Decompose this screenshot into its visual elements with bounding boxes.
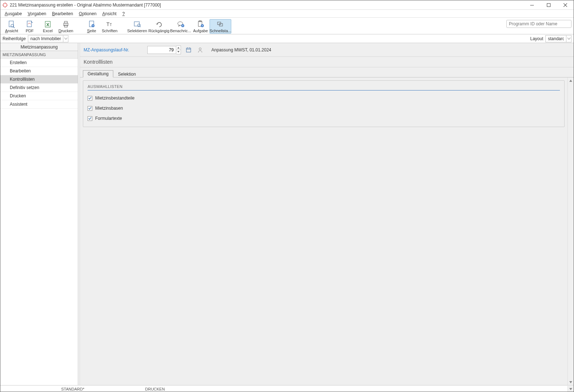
preview-icon (8, 20, 16, 28)
run-number-spinner[interactable] (176, 46, 181, 54)
scroll-down-icon[interactable] (567, 386, 574, 392)
task-icon (197, 20, 204, 28)
tab-selektion[interactable]: Selektion (113, 71, 140, 77)
checkbox-icon[interactable] (88, 106, 92, 111)
nav-definitiv-setzen[interactable]: Definitiv setzen (0, 84, 78, 92)
program-search-input[interactable] (506, 20, 571, 28)
tb-ansicht[interactable]: Ansicht (3, 19, 21, 34)
minimize-button[interactable] (524, 0, 540, 10)
svg-point-36 (199, 48, 201, 50)
scroll-up-icon[interactable] (568, 77, 574, 84)
sort-value[interactable] (28, 36, 63, 41)
layout-combo[interactable] (545, 35, 571, 42)
svg-rect-10 (9, 21, 13, 27)
spin-down-icon[interactable] (176, 50, 181, 54)
layout-label: Layout (530, 36, 543, 41)
sort-combo[interactable] (28, 35, 68, 42)
nav-assistent[interactable]: Assistent (0, 100, 78, 109)
check-formulartexte[interactable]: Formulartexte (88, 116, 560, 121)
status-standard: STANDARD* (0, 387, 145, 391)
assistant-button[interactable] (196, 46, 204, 54)
layout-value[interactable] (546, 36, 566, 41)
tabs: Gestaltung Selektion (80, 69, 574, 77)
titlebar: 221 Mietzinsanpassung erstellen - Origin… (0, 0, 574, 10)
svg-rect-8 (530, 5, 534, 5)
svg-rect-13 (27, 21, 31, 27)
tb-schnellstart[interactable]: Schnellsta... (210, 19, 231, 34)
tb-rueckgaengig[interactable]: Rückgängig (148, 19, 170, 34)
excel-icon (44, 20, 52, 28)
menu-ansicht[interactable]: Ansicht (100, 10, 119, 17)
select-icon (133, 20, 141, 28)
spin-up-icon[interactable] (176, 46, 181, 50)
menu-optionen[interactable]: Optionen (76, 10, 100, 17)
svg-rect-17 (64, 25, 67, 27)
svg-point-23 (138, 24, 140, 27)
nav-bearbeiten[interactable]: Bearbeiten (0, 67, 78, 75)
nav-erstellen[interactable]: Erstellen (0, 59, 78, 67)
check-label: Mietzinsbestandteile (95, 96, 135, 101)
tb-drucken[interactable]: Drucken (57, 19, 75, 34)
section-title: Kontrolllisten (80, 57, 574, 67)
quickstart-icon (216, 20, 224, 28)
close-button[interactable] (557, 0, 574, 10)
chevron-down-icon[interactable] (566, 35, 571, 42)
svg-rect-32 (186, 48, 191, 52)
check-mietzinsbestandteile[interactable]: Mietzinsbestandteile (88, 96, 560, 101)
tb-selektieren[interactable]: Selektieren (126, 19, 148, 34)
close-icon (564, 3, 567, 7)
menu-bearbeiten[interactable]: Bearbeiten (49, 10, 76, 17)
scroll-down-icon[interactable] (568, 379, 574, 385)
fonts-icon: TT (106, 20, 114, 28)
calendar-button[interactable] (185, 46, 193, 54)
sort-label: Reihenfolge (3, 36, 26, 41)
tb-pdf[interactable]: PDF (21, 19, 39, 34)
run-number-link[interactable]: MZ-Anpassungslauf-Nr. (84, 47, 129, 52)
menu-help[interactable]: ? (119, 10, 128, 17)
tb-seite[interactable]: Seite (83, 19, 101, 34)
sortbar: Reihenfolge Layout (0, 34, 574, 43)
sidebar-nav: Erstellen Bearbeiten Kontrolllisten Defi… (0, 59, 78, 385)
main: MZ-Anpassungslauf-Nr. Anpassung MWST, 01… (80, 43, 574, 385)
svg-rect-3 (6, 5, 8, 5)
svg-rect-6 (3, 6, 4, 7)
menu-vorgaben[interactable]: Vorgaben (25, 10, 49, 17)
pdf-icon (26, 20, 34, 28)
nav-kontrolllisten[interactable]: Kontrolllisten (0, 75, 78, 84)
check-label: Mietzinsbasen (95, 106, 123, 111)
svg-rect-2 (3, 5, 4, 5)
tb-aufgabe[interactable]: Aufgabe (191, 19, 210, 34)
nav-drucken[interactable]: Drucken (0, 92, 78, 100)
checkbox-icon[interactable] (88, 96, 92, 101)
undo-icon (155, 20, 163, 28)
calendar-icon (186, 47, 191, 53)
svg-rect-4 (3, 3, 4, 4)
sidebar-title: Mietzinsanpassung (0, 43, 78, 51)
run-description: Anpassung MWST, 01.01.2024 (211, 47, 271, 52)
maximize-button[interactable] (540, 0, 557, 10)
context-row: MZ-Anpassungslauf-Nr. Anpassung MWST, 01… (80, 43, 574, 57)
tb-benachrichtigung[interactable]: Benachric... (170, 19, 191, 34)
tab-gestaltung[interactable]: Gestaltung (83, 70, 113, 77)
check-mietzinsbasen[interactable]: Mietzinsbasen (88, 106, 560, 111)
chevron-down-icon[interactable] (63, 35, 68, 42)
menu-ausgabe[interactable]: Ausgabe (2, 10, 25, 17)
checkbox-icon[interactable] (88, 116, 92, 121)
run-number-input[interactable] (147, 46, 176, 54)
sidebar: Mietzinsanpassung MIETZINSANPASSUNG Erst… (0, 43, 78, 385)
tb-excel[interactable]: Excel (39, 19, 57, 34)
panel-title: AUSWAHLLISTEN (88, 84, 560, 90)
svg-rect-7 (6, 6, 7, 7)
svg-rect-1 (5, 6, 5, 8)
statusbar: STANDARD* DRUCKEN (0, 385, 574, 392)
svg-text:T: T (106, 21, 110, 27)
vertical-scrollbar[interactable] (567, 77, 574, 385)
app-icon (3, 3, 8, 8)
assistant-icon (197, 47, 203, 53)
menubar: Ausgabe Vorgaben Bearbeiten Optionen Ans… (0, 10, 574, 18)
auswahllisten-panel: AUSWAHLLISTEN Mietzinsbestandteile Mietz… (83, 80, 565, 127)
svg-rect-16 (64, 21, 67, 23)
tb-schriften[interactable]: TT Schriften (101, 19, 119, 34)
svg-text:T: T (110, 23, 112, 27)
status-drucken: DRUCKEN (145, 387, 203, 391)
